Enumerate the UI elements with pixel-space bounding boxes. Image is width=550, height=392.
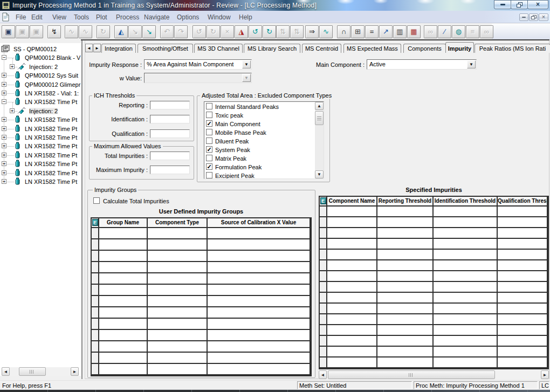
mdi-close-button[interactable]: ×	[539, 13, 548, 21]
table-cell[interactable]	[99, 341, 148, 353]
menu-help[interactable]: Help	[239, 13, 252, 21]
minimize-button[interactable]	[494, 0, 511, 9]
checkbox-unchecked-icon[interactable]	[206, 137, 212, 144]
specified-impurities-row[interactable]	[320, 336, 548, 347]
dropdown-arrow-icon[interactable]: ▼	[467, 60, 476, 68]
table-cell[interactable]	[377, 357, 434, 368]
impurity-groups-corner-cell[interactable]: E	[92, 218, 99, 228]
impurity-groups-row[interactable]	[92, 273, 311, 285]
paste-page-button[interactable]: ▥	[393, 25, 407, 38]
table-cell[interactable]	[498, 304, 548, 314]
table-cell[interactable]	[99, 239, 148, 251]
table-cell[interactable]	[99, 296, 148, 307]
impurity-groups-row[interactable]	[92, 296, 311, 307]
table-cell[interactable]	[434, 314, 498, 325]
tree-item[interactable]: +LN XR1582 - Vial: 1:	[0, 89, 81, 98]
table-cell[interactable]	[148, 262, 208, 273]
scroll-right-icon[interactable]: ►	[541, 370, 549, 379]
row-header-cell[interactable]	[320, 239, 327, 250]
table-cell[interactable]	[148, 330, 208, 341]
specified-impurities-row[interactable]	[320, 271, 548, 282]
specified-impurities-column-header[interactable]: Identification Threshold	[434, 197, 498, 207]
table-cell[interactable]	[327, 347, 377, 357]
expand-icon[interactable]: +	[2, 73, 6, 78]
table-cell[interactable]	[208, 228, 311, 239]
expand-icon[interactable]: +	[2, 170, 6, 175]
impurity-groups-row[interactable]	[92, 319, 311, 330]
table-cell[interactable]	[434, 271, 498, 282]
table-cell[interactable]	[327, 239, 377, 250]
checkbox-checked-icon[interactable]: ✓	[206, 120, 212, 127]
specified-impurities-row[interactable]	[320, 325, 548, 336]
table-cell[interactable]	[434, 250, 498, 260]
specified-impurities-row[interactable]	[320, 293, 548, 304]
table-cell[interactable]	[434, 239, 498, 250]
table-cell[interactable]	[327, 325, 377, 336]
expand-icon[interactable]: +	[2, 135, 6, 140]
table-cell[interactable]	[208, 285, 311, 296]
table-cell[interactable]	[377, 207, 434, 217]
table-cell[interactable]	[498, 314, 548, 325]
dropdown-arrow-icon[interactable]: ▼	[242, 74, 251, 82]
table-cell[interactable]	[434, 336, 498, 347]
table-cell[interactable]	[148, 307, 208, 319]
save-as-button[interactable]: ▣	[30, 25, 43, 38]
table-cell[interactable]	[434, 207, 498, 217]
specified-impurities-row[interactable]	[320, 304, 548, 314]
expand-icon[interactable]: +	[10, 108, 15, 113]
table-cell[interactable]	[99, 228, 148, 239]
tree-item[interactable]: +LN XR1582 Time Pt	[0, 142, 81, 150]
database-disc-button[interactable]: ◍	[452, 25, 465, 38]
dropdown-arrow-icon[interactable]: ▼	[242, 60, 251, 68]
table-cell[interactable]	[377, 347, 434, 357]
menu-process[interactable]: Process	[116, 13, 139, 21]
trace-b-button[interactable]: ∿	[79, 25, 92, 38]
row-header-cell[interactable]	[92, 341, 99, 353]
review-b-button[interactable]: ∞	[480, 25, 493, 38]
scroll-left-icon[interactable]: ◄	[2, 367, 10, 376]
specified-impurities-row[interactable]	[320, 207, 548, 217]
table-cell[interactable]	[99, 273, 148, 285]
table-cell[interactable]	[498, 207, 548, 217]
tree-item[interactable]: +LN XR1582 Time Pt	[0, 151, 81, 160]
table-cell[interactable]	[377, 217, 434, 228]
checkbox-unchecked-icon[interactable]	[206, 103, 212, 109]
table-cell[interactable]	[148, 251, 208, 262]
sort-up-down-a-button[interactable]: ⇅	[276, 25, 290, 38]
table-cell[interactable]	[498, 239, 548, 250]
table-cell[interactable]	[498, 282, 548, 293]
tree-horizontal-scrollbar[interactable]: ◄►	[2, 367, 79, 376]
menu-plot[interactable]: Plot	[96, 13, 107, 21]
impurity-groups-row[interactable]	[92, 228, 311, 239]
row-header-cell[interactable]	[92, 330, 99, 341]
excluded-type-option[interactable]: ✓Formulation Peak	[204, 163, 314, 171]
specified-impurities-row[interactable]	[320, 250, 548, 260]
excluded-type-option[interactable]: ✓System Peak	[204, 146, 314, 154]
w-value-combo[interactable]: ▼	[144, 73, 252, 83]
expand-icon[interactable]: +	[2, 143, 6, 148]
table-cell[interactable]	[327, 228, 377, 239]
table-cell[interactable]	[99, 251, 148, 262]
table-cell[interactable]	[434, 228, 498, 239]
table-cell[interactable]	[327, 271, 377, 282]
tab-scroll-right-button[interactable]: ►	[93, 44, 101, 52]
run-sample-button[interactable]: ⇒	[305, 25, 319, 38]
equals-button[interactable]: =	[365, 25, 379, 38]
tab-ms-3d-channel[interactable]: MS 3D Channel	[194, 44, 243, 53]
table-cell[interactable]	[99, 364, 148, 375]
expand-icon[interactable]: +	[2, 153, 6, 157]
collapse-icon[interactable]: −	[2, 99, 6, 104]
row-header-cell[interactable]	[320, 347, 327, 357]
row-header-cell[interactable]	[92, 228, 99, 239]
table-cell[interactable]	[327, 282, 377, 293]
row-header-cell[interactable]	[92, 239, 99, 251]
row-header-cell[interactable]	[320, 357, 327, 368]
row-header-cell[interactable]	[92, 285, 99, 296]
table-cell[interactable]	[148, 273, 208, 285]
menu-window[interactable]: Window	[208, 13, 231, 21]
specified-impurities-row[interactable]	[320, 228, 548, 239]
menu-view[interactable]: View	[52, 13, 66, 21]
table-cell[interactable]	[498, 347, 548, 357]
table-cell[interactable]	[434, 347, 498, 357]
checkbox-checked-icon[interactable]: ✓	[206, 146, 212, 153]
